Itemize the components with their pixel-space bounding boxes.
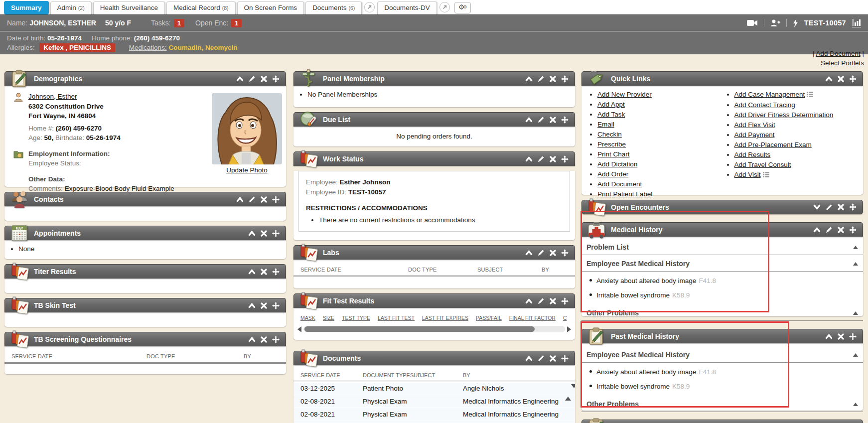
history-section-header[interactable]: Employee Past Medical History — [581, 346, 863, 363]
history-section-header[interactable]: Problem List — [581, 239, 863, 255]
collapse-icon[interactable] — [236, 196, 244, 203]
close-icon[interactable] — [261, 336, 267, 343]
collapse-triangle-icon[interactable] — [853, 262, 858, 266]
tab-health-surveillance[interactable]: Health Surveillance — [93, 1, 165, 14]
quick-link[interactable]: Add Appt — [597, 101, 625, 108]
move-icon[interactable] — [849, 203, 857, 211]
collapse-icon[interactable] — [525, 250, 533, 256]
edit-icon[interactable] — [538, 355, 545, 362]
scroll-left-icon[interactable] — [297, 326, 301, 332]
scroll-right-icon[interactable] — [567, 326, 571, 332]
column-header-link[interactable]: LAST FIT EXPIRES — [422, 315, 468, 321]
move-icon[interactable] — [849, 333, 857, 340]
gear-icon[interactable]: ⚙⚙ — [454, 2, 471, 13]
edit-icon[interactable] — [249, 75, 256, 82]
quick-link[interactable]: Print Chart — [597, 150, 630, 158]
column-header[interactable]: BY — [542, 267, 568, 273]
horizontal-scrollbar[interactable] — [293, 323, 575, 336]
move-icon[interactable] — [561, 75, 569, 83]
quick-link[interactable]: Add Document — [597, 180, 642, 188]
quick-link[interactable]: Add Order — [597, 170, 628, 178]
close-icon[interactable] — [838, 227, 844, 233]
column-header[interactable]: DOC TYPE — [146, 353, 244, 359]
close-icon[interactable] — [261, 76, 267, 82]
scroll-down-icon[interactable] — [571, 384, 575, 397]
column-header[interactable]: DOC TYPE — [408, 267, 477, 273]
move-icon[interactable] — [561, 355, 569, 362]
edit-icon[interactable] — [538, 249, 545, 256]
move-icon[interactable] — [272, 336, 280, 343]
close-icon[interactable] — [550, 355, 556, 362]
update-photo-link[interactable]: Update Photo — [226, 166, 268, 174]
add-document-link[interactable]: Add Document — [816, 50, 860, 57]
close-icon[interactable] — [261, 302, 267, 309]
column-header[interactable]: SUBJECT — [477, 267, 542, 273]
collapse-icon[interactable] — [813, 227, 821, 233]
close-icon[interactable] — [550, 76, 556, 82]
medications-label[interactable]: Medications: — [129, 44, 167, 51]
close-icon[interactable] — [261, 196, 267, 203]
collapse-icon[interactable] — [248, 230, 256, 237]
allergies-badge[interactable]: Keflex , PENICILLINS — [39, 43, 115, 52]
close-icon[interactable] — [550, 298, 556, 304]
collapse-icon[interactable] — [236, 76, 244, 82]
patient-photo[interactable] — [212, 93, 282, 164]
close-icon[interactable] — [550, 250, 556, 256]
column-header[interactable]: BY — [463, 372, 560, 378]
close-icon[interactable] — [838, 76, 844, 82]
tab-on-screen-forms[interactable]: On Screen Forms — [237, 1, 304, 14]
column-header-link[interactable]: LAST FIT TEST — [378, 315, 415, 321]
edit-icon[interactable] — [538, 75, 545, 82]
collapse-icon[interactable] — [525, 156, 533, 162]
close-icon[interactable] — [261, 230, 267, 237]
history-section-header[interactable]: Employee Past Medical History — [581, 255, 863, 272]
video-camera-icon[interactable] — [747, 19, 758, 26]
close-icon[interactable] — [261, 269, 267, 275]
document-row[interactable]: 03-12-2025Patient PhotoAngie Nichols — [293, 382, 575, 395]
collapse-triangle-icon[interactable] — [853, 311, 858, 315]
collapse-icon[interactable] — [248, 269, 256, 275]
close-icon[interactable] — [550, 156, 556, 162]
document-row[interactable]: 02-08-2021Physical ExamMedical Informati… — [293, 408, 575, 421]
move-icon[interactable] — [561, 249, 569, 257]
column-header-link[interactable]: SIZE — [323, 315, 334, 321]
edit-icon[interactable] — [249, 196, 256, 203]
column-header-link[interactable]: TEST TYPE — [342, 315, 370, 321]
column-header-link[interactable]: PASS/FAIL — [476, 315, 502, 321]
collapse-triangle-icon[interactable] — [853, 403, 858, 406]
person-add-icon[interactable] — [770, 19, 780, 27]
history-section-header[interactable]: Other Problems — [581, 304, 863, 321]
close-icon[interactable] — [550, 117, 556, 123]
column-header-link[interactable]: FINAL FIT FACTOR — [509, 315, 556, 321]
scrollbar-track[interactable] — [303, 326, 565, 332]
bar-chart-icon[interactable] — [852, 19, 861, 27]
scroll-up-icon[interactable] — [565, 388, 571, 401]
select-portlets-link[interactable]: Select Portlets — [821, 59, 864, 67]
document-row[interactable]: 02-08-2021Physical ExamMedical Informati… — [293, 395, 575, 408]
edit-icon[interactable] — [538, 116, 545, 123]
edit-icon[interactable] — [826, 226, 833, 233]
column-header[interactable]: SUBJECT — [410, 372, 463, 378]
quick-link[interactable]: Add Travel Consult — [734, 161, 791, 168]
quick-link[interactable]: Add New Provider — [597, 91, 652, 98]
expand-icon[interactable] — [813, 204, 821, 210]
patient-name-link[interactable]: Johnson, Esther — [28, 93, 77, 100]
collapse-triangle-icon[interactable] — [853, 246, 858, 249]
document-row[interactable]: 02-08-2019Patient PhotoNurse RN — [293, 421, 575, 423]
history-section-header[interactable]: Other Problems — [581, 396, 863, 412]
close-icon[interactable] — [838, 204, 844, 210]
menu-icon[interactable] — [763, 171, 769, 180]
column-header[interactable]: SERVICE DATE — [300, 267, 408, 273]
collapse-icon[interactable] — [248, 336, 256, 343]
collapse-icon[interactable] — [825, 333, 833, 340]
quick-link[interactable]: Prescribe — [597, 141, 626, 148]
quick-link[interactable]: Add Visit — [734, 171, 761, 178]
quick-link[interactable]: Add Contact Tracing — [734, 101, 795, 109]
column-header[interactable]: SERVICE DATE — [11, 353, 146, 359]
quick-link[interactable]: Checkin — [597, 131, 622, 138]
move-icon[interactable] — [561, 155, 569, 163]
column-header[interactable]: SERVICE DATE — [300, 372, 363, 378]
move-icon[interactable] — [272, 75, 280, 83]
collapse-icon[interactable] — [525, 117, 533, 123]
quick-link[interactable]: Add Case Management — [734, 91, 805, 98]
